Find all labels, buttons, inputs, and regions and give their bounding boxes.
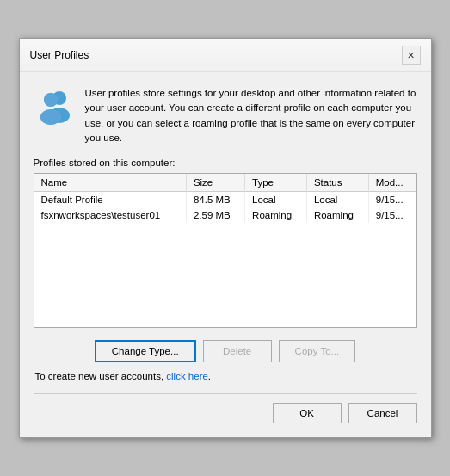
col-header-size: Size (186, 174, 244, 192)
table-header-row: Name Size Type Status Mod... (34, 174, 416, 192)
table-cell-0: fsxnworkspaces\testuser01 (34, 207, 187, 223)
ok-button[interactable]: OK (273, 403, 342, 423)
close-button[interactable]: × (402, 46, 421, 65)
footer-text-before: To create new user accounts, (35, 371, 167, 381)
table-cell-1: 84.5 MB (186, 192, 244, 208)
delete-button[interactable]: Delete (203, 340, 272, 362)
copy-to-button[interactable]: Copy To... (279, 340, 356, 362)
table-cell-0: Default Profile (34, 192, 187, 208)
table-cell-3: Roaming (306, 207, 368, 223)
col-header-mod: Mod... (368, 174, 416, 192)
footer-text-after: . (208, 371, 211, 381)
user-profiles-dialog: User Profiles × User profiles (19, 38, 432, 438)
table-row[interactable]: Default Profile84.5 MBLocalLocal9/15... (34, 192, 416, 208)
description-text: User profiles store settings for your de… (85, 86, 417, 145)
ok-cancel-row: OK Cancel (34, 393, 417, 423)
create-accounts-link[interactable]: click here (166, 371, 208, 381)
footer-link-area: To create new user accounts, click here. (34, 371, 417, 381)
table-cell-4: 9/15... (368, 192, 416, 208)
col-header-name: Name (34, 174, 187, 192)
table-body: Default Profile84.5 MBLocalLocal9/15...f… (34, 192, 416, 224)
table-row[interactable]: fsxnworkspaces\testuser012.59 MBRoamingR… (34, 207, 416, 223)
dialog-content: User profiles store settings for your de… (20, 72, 431, 437)
table-cell-3: Local (306, 192, 368, 208)
profiles-table: Name Size Type Status Mod... Default Pro… (34, 174, 416, 223)
profiles-table-container: Name Size Type Status Mod... Default Pro… (34, 173, 417, 328)
change-type-button[interactable]: Change Type... (95, 340, 196, 362)
action-buttons-row: Change Type... Delete Copy To... (34, 340, 417, 362)
col-header-type: Type (245, 174, 307, 192)
user-icon (34, 86, 75, 127)
title-bar: User Profiles × (20, 39, 431, 72)
table-cell-1: 2.59 MB (186, 207, 244, 223)
dialog-title: User Profiles (30, 49, 89, 61)
table-cell-2: Local (245, 192, 307, 208)
col-header-status: Status (306, 174, 368, 192)
profiles-stored-label: Profiles stored on this computer: (34, 158, 417, 168)
svg-point-5 (40, 109, 61, 125)
cancel-button[interactable]: Cancel (348, 403, 417, 423)
header-area: User profiles store settings for your de… (34, 86, 417, 145)
table-cell-4: 9/15... (368, 207, 416, 223)
svg-point-4 (44, 93, 58, 107)
table-cell-2: Roaming (245, 207, 307, 223)
